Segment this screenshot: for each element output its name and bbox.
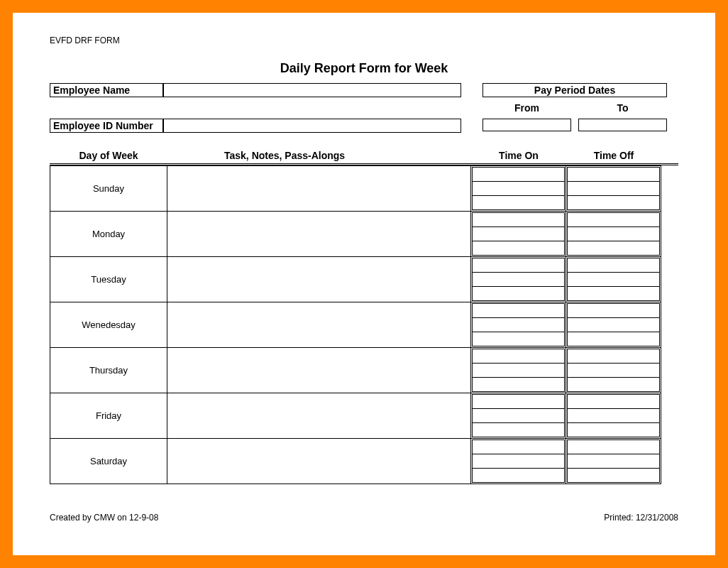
time-slot[interactable] [472, 363, 565, 378]
day-cell: Friday [50, 393, 167, 439]
task-cell[interactable] [167, 302, 471, 348]
time-slot[interactable] [472, 258, 565, 273]
time-on-cell[interactable] [471, 347, 566, 393]
task-cell[interactable] [167, 393, 471, 439]
column-headers: Day of Week Task, Notes, Pass-Alongs Tim… [50, 150, 678, 165]
time-slot[interactable] [567, 258, 660, 273]
time-on-cell[interactable] [471, 438, 566, 484]
time-on-cell[interactable] [471, 302, 566, 348]
time-slot[interactable] [472, 272, 565, 287]
form-code: EVFD DRF FORM [50, 36, 678, 45]
form-frame: EVFD DRF FORM Daily Report Form for Week… [0, 0, 728, 568]
time-on-cell[interactable] [471, 165, 566, 212]
time-slot[interactable] [567, 377, 660, 392]
day-cell: Tuesday [50, 256, 167, 302]
time-slot[interactable] [472, 454, 565, 469]
footer-created: Created by CMW on 12-9-08 [50, 513, 158, 523]
to-label: To [578, 102, 667, 114]
to-field[interactable] [578, 119, 667, 131]
task-cell[interactable] [167, 438, 471, 484]
time-slot[interactable] [472, 394, 565, 409]
time-slot[interactable] [567, 408, 660, 423]
time-slot[interactable] [472, 241, 565, 256]
day-cell: Thursday [50, 347, 167, 393]
from-label: From [482, 102, 571, 114]
time-on-cell[interactable] [471, 393, 566, 439]
task-cell[interactable] [167, 211, 471, 257]
time-off-cell[interactable] [566, 302, 661, 348]
time-slot[interactable] [472, 408, 565, 423]
time-slot[interactable] [567, 212, 660, 227]
time-slot[interactable] [567, 468, 660, 483]
time-slot[interactable] [567, 286, 660, 301]
employee-name-field[interactable] [163, 83, 461, 97]
time-slot[interactable] [567, 303, 660, 318]
footer-printed: Printed: 12/31/2008 [604, 513, 678, 523]
time-slot[interactable] [567, 349, 660, 364]
time-off-cell[interactable] [566, 347, 661, 393]
time-slot[interactable] [567, 422, 660, 437]
employee-id-label: Employee ID Number [50, 119, 163, 133]
hdr-time-on: Time On [471, 150, 566, 161]
task-cell[interactable] [167, 347, 471, 393]
time-slot[interactable] [472, 303, 565, 318]
hdr-task: Task, Notes, Pass-Alongs [167, 150, 471, 161]
from-to-fields [482, 119, 667, 133]
day-cell: Sunday [50, 165, 167, 212]
day-row: Sunday [50, 165, 678, 212]
header-section: Employee Name Pay Period Dates From To E… [50, 83, 678, 133]
time-slot[interactable] [472, 212, 565, 227]
time-off-cell[interactable] [566, 165, 661, 212]
day-row: Thursday [50, 347, 678, 393]
task-cell[interactable] [167, 165, 471, 212]
pay-period-label: Pay Period Dates [482, 83, 667, 97]
time-off-cell[interactable] [566, 438, 661, 484]
time-slot[interactable] [472, 317, 565, 332]
day-row: Wenedesday [50, 302, 678, 348]
time-slot[interactable] [472, 439, 565, 454]
employee-id-field[interactable] [163, 119, 461, 133]
page-title: Daily Report Form for Week [50, 61, 678, 76]
day-cell: Wenedesday [50, 302, 167, 348]
time-slot[interactable] [567, 439, 660, 454]
from-to-labels: From To [482, 102, 667, 114]
time-slot[interactable] [567, 454, 660, 469]
time-slot[interactable] [472, 377, 565, 392]
from-field[interactable] [482, 119, 571, 131]
time-slot[interactable] [567, 167, 660, 182]
time-slot[interactable] [472, 422, 565, 437]
time-slot[interactable] [567, 241, 660, 256]
employee-name-label: Employee Name [50, 83, 163, 97]
time-off-cell[interactable] [566, 393, 661, 439]
time-slot[interactable] [567, 394, 660, 409]
day-cell: Saturday [50, 438, 167, 484]
time-slot[interactable] [472, 181, 565, 196]
time-slot[interactable] [472, 195, 565, 210]
time-off-cell[interactable] [566, 211, 661, 257]
hdr-time-off: Time Off [566, 150, 661, 161]
time-on-cell[interactable] [471, 211, 566, 257]
time-slot[interactable] [472, 332, 565, 346]
footer: Created by CMW on 12-9-08 Printed: 12/31… [50, 513, 678, 523]
day-row: Tuesday [50, 256, 678, 302]
day-cell: Monday [50, 211, 167, 257]
time-slot[interactable] [472, 226, 565, 241]
time-slot[interactable] [472, 167, 565, 182]
time-slot[interactable] [567, 332, 660, 346]
time-slot[interactable] [567, 181, 660, 196]
day-row: Saturday [50, 438, 678, 484]
task-cell[interactable] [167, 256, 471, 302]
time-slot[interactable] [567, 195, 660, 210]
time-slot[interactable] [567, 272, 660, 287]
time-on-cell[interactable] [471, 256, 566, 302]
time-slot[interactable] [472, 468, 565, 483]
hdr-day: Day of Week [50, 150, 167, 161]
time-slot[interactable] [472, 286, 565, 301]
time-off-cell[interactable] [566, 256, 661, 302]
day-rows: SundayMondayTuesdayWenedesdayThursdayFri… [50, 165, 678, 484]
day-row: Monday [50, 211, 678, 257]
time-slot[interactable] [567, 226, 660, 241]
time-slot[interactable] [567, 317, 660, 332]
time-slot[interactable] [472, 349, 565, 364]
time-slot[interactable] [567, 363, 660, 378]
